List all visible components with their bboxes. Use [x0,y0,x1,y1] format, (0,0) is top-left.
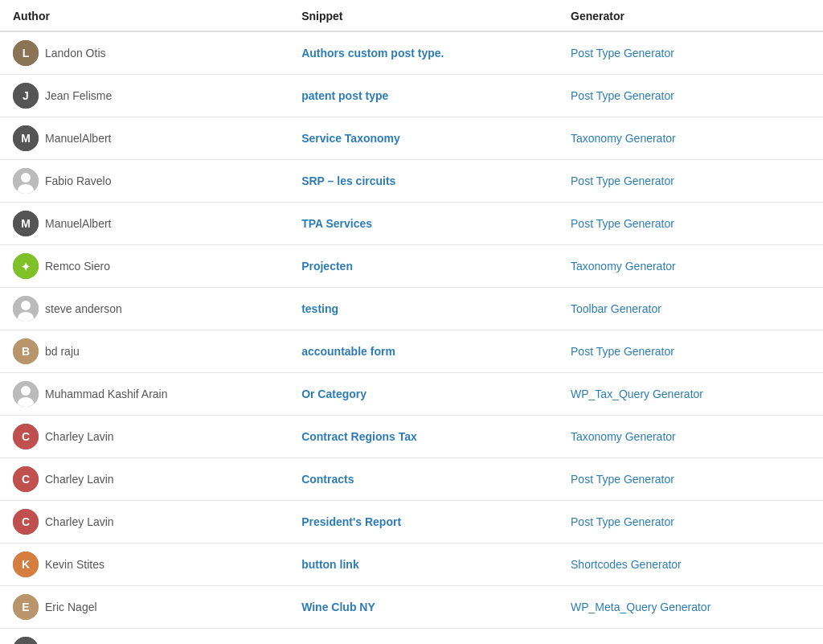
generator-cell[interactable]: Taxonomy Generator [558,117,823,160]
generator-link[interactable]: Toolbar Generator [571,302,661,315]
author-info: C Charley Lavin [13,424,276,449]
table-row: L Landon OtisAuthors custom post type.Po… [0,31,823,75]
generator-cell[interactable]: WP_Meta_Query Generator [558,586,823,629]
col-snippet: Snippet [289,0,558,31]
snippet-link[interactable]: SRP – les circuits [301,174,395,187]
author-info: steve anderson [13,296,276,322]
author-name: Eric Nagel [45,601,97,613]
avatar: E [13,594,39,620]
col-author: Author [0,0,289,31]
generator-link[interactable]: Post Type Generator [571,89,674,102]
generator-link[interactable]: Post Type Generator [571,473,674,486]
author-name: Fabio Ravelo [45,174,112,187]
generator-link[interactable]: Post Type Generator [571,174,674,187]
generator-cell[interactable]: Post Type Generator [558,203,823,245]
generator-cell[interactable]: Post Type Generator [558,458,823,501]
author-info: M ManuelAlbert [13,125,276,151]
author-cell: Muhammad Kashif Arain [0,373,289,416]
generator-cell[interactable]: Post Type Generator [558,501,823,544]
snippet-link[interactable]: Contracts [301,473,354,486]
author-name: ManuelAlbert [45,217,112,230]
snippet-link[interactable]: Projecten [301,260,353,273]
snippet-cell[interactable]: SRP – les circuits [289,160,558,203]
table-row: M Matt OrleyFluid Taxonomy for ScalesTax… [0,629,823,645]
author-cell: ✦ Remco Siero [0,245,289,288]
author-name: Charley Lavin [45,430,114,443]
table-row: steve andersontestingToolbar Generator [0,288,823,330]
svg-point-7 [21,173,31,183]
snippet-cell[interactable]: Contract Regions Tax [289,416,558,458]
snippet-link[interactable]: President's Report [301,515,401,528]
author-cell: M Matt Orley [0,629,289,645]
generator-cell[interactable]: Taxonomy Generator [558,416,823,458]
snippet-cell[interactable]: testing [289,288,558,330]
author-cell: L Landon Otis [0,31,289,75]
table-header-row: Author Snippet Generator [0,0,823,31]
generator-link[interactable]: Post Type Generator [571,47,674,59]
snippet-cell[interactable]: button link [289,544,558,586]
author-info: ✦ Remco Siero [13,253,276,279]
table-row: Fabio RaveloSRP – les circuitsPost Type … [0,160,823,203]
snippet-cell[interactable]: Authors custom post type. [289,31,558,75]
generator-cell[interactable]: Post Type Generator [558,31,823,75]
generator-link[interactable]: Taxonomy Generator [571,430,676,443]
author-name: steve anderson [45,302,122,315]
snippet-cell[interactable]: Or Category [289,373,558,416]
author-info: M ManuelAlbert [13,211,276,236]
avatar: B [13,338,39,364]
snippet-cell[interactable]: patent post type [289,75,558,117]
snippet-cell[interactable]: Fluid Taxonomy for Scales [289,629,558,645]
snippet-cell[interactable]: Service Taxonomy [289,117,558,160]
generator-link[interactable]: Post Type Generator [571,345,674,358]
snippet-link[interactable]: testing [301,302,338,315]
snippet-link[interactable]: button link [301,558,359,571]
generator-link[interactable]: Shortcodes Generator [571,558,682,571]
generator-cell[interactable]: Taxonomy Generator [558,629,823,645]
svg-point-19 [21,386,31,396]
generator-link[interactable]: WP_Tax_Query Generator [571,388,703,400]
snippet-link[interactable]: TPA Services [301,217,372,230]
generator-cell[interactable]: Toolbar Generator [558,288,823,330]
generator-link[interactable]: Taxonomy Generator [571,260,676,273]
snippet-link[interactable]: patent post type [301,89,388,102]
snippet-cell[interactable]: Contracts [289,458,558,501]
author-cell: M ManuelAlbert [0,203,289,245]
author-name: bd raju [45,345,80,358]
svg-point-14 [21,301,31,310]
generator-link[interactable]: Post Type Generator [571,217,674,230]
author-info: C Charley Lavin [13,509,276,535]
snippet-cell[interactable]: accountable form [289,330,558,373]
snippet-link[interactable]: Service Taxonomy [301,132,400,145]
table-row: C Charley LavinPresident's ReportPost Ty… [0,501,823,544]
avatar: K [13,552,39,577]
avatar [13,168,39,194]
snippet-link[interactable]: Wine Club NY [301,601,375,613]
snippet-cell[interactable]: TPA Services [289,203,558,245]
snippet-link[interactable]: Or Category [301,388,366,400]
generator-cell[interactable]: WP_Tax_Query Generator [558,373,823,416]
svg-text:C: C [22,515,30,528]
generator-link[interactable]: WP_Meta_Query Generator [571,601,710,613]
generator-cell[interactable]: Shortcodes Generator [558,544,823,586]
snippet-cell[interactable]: Wine Club NY [289,586,558,629]
generator-cell[interactable]: Post Type Generator [558,75,823,117]
snippet-link[interactable]: accountable form [301,345,395,358]
table-row: C Charley LavinContract Regions TaxTaxon… [0,416,823,458]
author-cell: steve anderson [0,288,289,330]
generator-link[interactable]: Post Type Generator [571,515,674,528]
snippet-link[interactable]: Authors custom post type. [301,47,444,59]
generator-cell[interactable]: Post Type Generator [558,330,823,373]
table-row: C Charley LavinContractsPost Type Genera… [0,458,823,501]
snippet-link[interactable]: Contract Regions Tax [301,430,417,443]
avatar: M [13,211,39,236]
author-name: Muhammad Kashif Arain [45,388,168,400]
generator-cell[interactable]: Post Type Generator [558,160,823,203]
generator-cell[interactable]: Taxonomy Generator [558,245,823,288]
svg-text:B: B [22,345,30,358]
svg-text:L: L [23,47,30,59]
snippet-cell[interactable]: President's Report [289,501,558,544]
snippet-cell[interactable]: Projecten [289,245,558,288]
avatar: ✦ [13,253,39,279]
generator-link[interactable]: Taxonomy Generator [571,132,676,145]
author-cell: B bd raju [0,330,289,373]
